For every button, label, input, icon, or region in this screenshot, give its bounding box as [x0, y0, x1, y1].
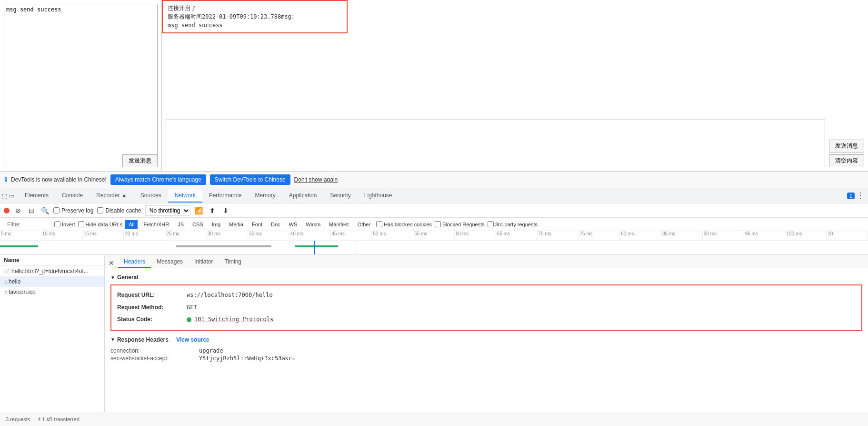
filter-icon[interactable]: ⊟ — [27, 206, 36, 215]
tab-memory[interactable]: Memory — [248, 189, 282, 203]
tab-performance[interactable]: Performance — [202, 189, 249, 203]
preserve-log-text: Preserve log — [61, 207, 93, 214]
right-textarea[interactable] — [166, 120, 825, 167]
tab-lighthouse[interactable]: Lighthouse — [358, 189, 399, 203]
rh-connection-row: connection: upgrade — [110, 347, 862, 355]
cursor-icon[interactable]: ⬚ — [2, 193, 7, 199]
left-textarea[interactable]: msg send success — [4, 4, 158, 167]
download-icon[interactable]: ⬇ — [221, 206, 230, 215]
general-section-label: General — [117, 274, 139, 281]
status-code-label: Status Code: — [117, 314, 184, 325]
invert-text: Invert — [62, 222, 75, 227]
tab-security[interactable]: Security — [323, 189, 357, 203]
filter-bar: Invert Hide data URLs All Fetch/XHR JS C… — [0, 218, 868, 231]
tick-45ms: 45 ms — [331, 231, 372, 240]
detail-tab-timing[interactable]: Timing — [219, 256, 247, 268]
switch-devtools-button[interactable]: Switch DevTools to Chinese — [210, 174, 290, 185]
filter-manifest-button[interactable]: Manifest — [326, 221, 352, 228]
tab-console[interactable]: Console — [55, 189, 90, 203]
third-party-checkbox[interactable] — [488, 221, 494, 227]
general-section-header[interactable]: ▼ General — [110, 272, 862, 283]
disable-cache-checkbox[interactable] — [97, 207, 103, 213]
filter-css-button[interactable]: CSS — [190, 221, 206, 228]
request-method-label: Request Method: — [117, 303, 184, 313]
has-blocked-checkbox[interactable] — [376, 221, 382, 227]
filter-input[interactable] — [4, 220, 51, 229]
tick-90ms: 90 ms — [703, 231, 744, 240]
rh-websocket-accept-label: sec-websocket-accept: — [110, 355, 196, 362]
has-blocked-label[interactable]: Has blocked cookies — [376, 221, 432, 227]
upload-icon[interactable]: ⬆ — [208, 206, 217, 215]
tab-network[interactable]: Network — [168, 189, 202, 203]
filter-doc-button[interactable]: Doc — [268, 221, 283, 228]
tab-sources[interactable]: Sources — [134, 189, 168, 203]
timeline-bar-green2 — [295, 245, 338, 247]
filter-img-button[interactable]: Img — [209, 221, 223, 228]
dont-show-again-button[interactable]: Don't show again — [294, 176, 338, 183]
devtools-tabs: ⬚ ▭ Elements Console Recorder ▲ Sources … — [0, 188, 868, 203]
tab-application[interactable]: Application — [282, 189, 324, 203]
tick-end: 10 — [827, 231, 868, 240]
preserve-log-checkbox[interactable] — [53, 207, 60, 213]
tick-10ms: 10 ms — [41, 231, 83, 240]
always-match-button[interactable]: Always match Chrome's language — [110, 174, 206, 185]
detail-tab-messages[interactable]: Messages — [151, 256, 189, 268]
more-options-icon[interactable]: ⋮ — [855, 191, 866, 200]
right-panel: 连接开启了 服务器端时间2022-01-09T09:10:23.788msg: … — [162, 0, 868, 171]
tick-30ms: 30 ms — [207, 231, 248, 240]
filter-js-button[interactable]: JS — [175, 221, 187, 228]
preserve-log-label[interactable]: Preserve log — [53, 207, 93, 214]
tick-75ms: 75 ms — [579, 231, 620, 240]
blocked-requests-label[interactable]: Blocked Requests — [435, 221, 485, 227]
filter-all-button[interactable]: All — [125, 220, 138, 229]
hide-data-urls-checkbox[interactable] — [78, 221, 84, 227]
timeline-line-red — [355, 241, 355, 255]
tab-recorder[interactable]: Recorder ▲ — [90, 189, 134, 203]
filter-fetch-xhr-button[interactable]: Fetch/XHR — [140, 221, 172, 228]
hide-data-urls-text: Hide data URLs — [86, 222, 123, 227]
filter-wasm-button[interactable]: Wasm — [303, 221, 323, 228]
send-message-left-button[interactable]: 发送消息 — [122, 154, 158, 167]
tab-elements[interactable]: Elements — [18, 189, 55, 203]
throttle-select[interactable]: No throttling — [145, 205, 190, 216]
main-content: Name 📄 hello.html?_jt=ldn4vmcsh4of... □ … — [0, 255, 868, 414]
response-headers-label: Response Headers — [117, 336, 169, 343]
invert-label[interactable]: Invert — [54, 221, 75, 227]
msg-line2: 服务器端时间2022-01-09T09:10:23.788msg: — [168, 12, 342, 21]
hide-data-urls-label[interactable]: Hide data URLs — [78, 221, 123, 227]
invert-checkbox[interactable] — [54, 221, 60, 227]
filter-media-button[interactable]: Media — [226, 221, 246, 228]
disable-cache-label[interactable]: Disable cache — [97, 207, 141, 214]
blocked-requests-checkbox[interactable] — [435, 221, 441, 227]
detail-tab-initiator[interactable]: Initiator — [189, 256, 219, 268]
detail-close-button[interactable]: ✕ — [107, 258, 116, 268]
tick-25ms: 25 ms — [165, 231, 207, 240]
response-headers-section-header[interactable]: ▼ Response Headers View source — [110, 335, 862, 345]
clear-button[interactable]: ⊘ — [13, 206, 23, 215]
record-button[interactable] — [4, 208, 10, 213]
filter-font-button[interactable]: Font — [249, 221, 265, 228]
message-box: 连接开启了 服务器端时间2022-01-09T09:10:23.788msg: … — [162, 0, 348, 33]
status-code-row: Status Code: 101 Switching Protocols — [117, 314, 856, 326]
filter-ws-button[interactable]: WS — [286, 221, 300, 228]
third-party-label[interactable]: 3rd-party requests — [488, 221, 538, 227]
file-item-favicon[interactable]: □ favicon.ico — [0, 287, 104, 297]
tick-5ms: 5 ms — [0, 231, 41, 240]
file-item-html[interactable]: 📄 hello.html?_jt=ldn4vmcsh4of... — [0, 266, 104, 276]
file-item-hello[interactable]: □ hello — [0, 276, 104, 287]
filter-other-button[interactable]: Other — [355, 221, 374, 228]
wifi-icon[interactable]: 📶 — [194, 206, 204, 215]
device-icon[interactable]: ▭ — [9, 193, 14, 199]
msg-line1: 连接开启了 — [168, 4, 342, 12]
notification-bar: ℹ DevTools is now available in Chinese! … — [0, 172, 868, 188]
tick-50ms: 50 ms — [372, 231, 413, 240]
tick-35ms: 35 ms — [248, 231, 289, 240]
clear-content-button[interactable]: 清空内容 — [829, 154, 864, 167]
detail-tab-headers[interactable]: Headers — [118, 256, 151, 268]
send-message-right-button[interactable]: 发送消息 — [829, 140, 864, 152]
tick-60ms: 60 ms — [455, 231, 496, 240]
tick-70ms: 70 ms — [538, 231, 579, 240]
general-section-arrow: ▼ — [110, 275, 115, 280]
view-source-link[interactable]: View source — [176, 336, 210, 343]
search-icon[interactable]: 🔍 — [40, 206, 50, 215]
